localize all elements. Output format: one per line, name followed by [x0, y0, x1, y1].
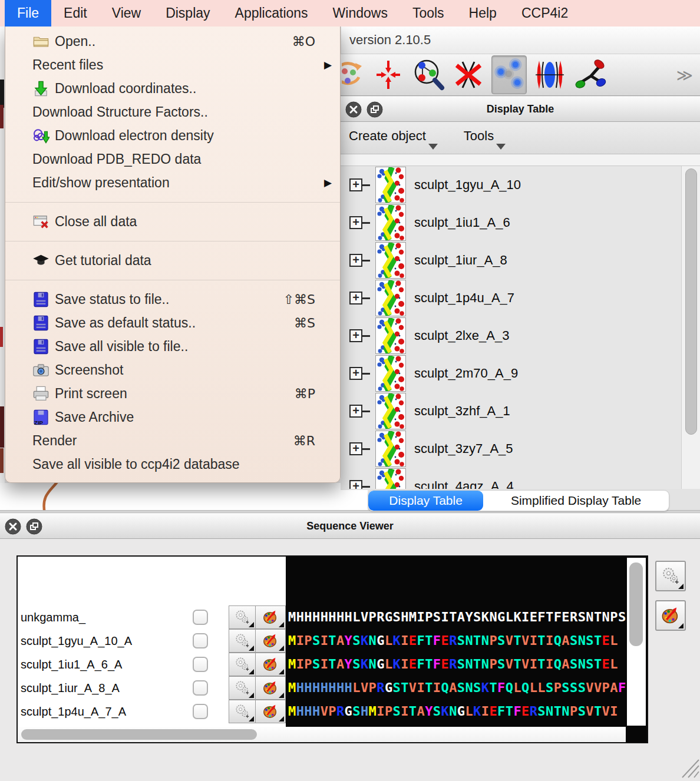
sequence-row-checkbox[interactable] [193, 633, 208, 648]
sequence-row-color-button[interactable] [255, 700, 286, 723]
density-blobs-icon[interactable] [491, 55, 527, 94]
sequence-color-button[interactable] [655, 600, 686, 631]
sequence-row-settings-button[interactable] [229, 629, 256, 653]
sequence-row-settings-button[interactable] [229, 605, 256, 629]
gear-icon [661, 566, 681, 586]
undock-icon[interactable] [366, 101, 383, 118]
display-table-row[interactable]: +sculpt_3zhf_A_1 [341, 392, 681, 430]
display-table-row[interactable]: +sculpt_2lxe_A_3 [341, 317, 681, 355]
expand-icon[interactable]: + [349, 254, 370, 267]
sequence-row-checkbox[interactable] [193, 704, 208, 719]
zoom-atoms-icon[interactable] [411, 56, 445, 94]
sequence-row-settings-button[interactable] [229, 700, 256, 723]
display-table-row[interactable]: +sculpt_2m70_A_9 [341, 355, 681, 392]
file-menu-item[interactable]: Save status to file..⇧⌘S [5, 287, 340, 311]
file-menu-item[interactable]: Save Archive [5, 405, 340, 429]
toolbar-overflow-icon[interactable]: ≫ [676, 66, 700, 84]
file-menu-item[interactable]: Download coordinates.. [5, 77, 340, 100]
sequence-row-settings-button[interactable] [229, 653, 256, 676]
menu-tools[interactable]: Tools [464, 126, 506, 150]
file-menu-item[interactable]: Render⌘R [5, 429, 340, 452]
sequence-row-checkbox[interactable] [193, 610, 208, 625]
sequence-row-color-button[interactable] [255, 605, 286, 629]
resize-grip[interactable] [681, 759, 700, 779]
undock-icon[interactable] [26, 518, 42, 535]
expand-icon[interactable]: + [349, 480, 370, 489]
menu-view[interactable]: View [100, 0, 153, 27]
menu-windows[interactable]: Windows [321, 0, 400, 27]
menu-display[interactable]: Display [153, 0, 222, 27]
file-menu-item[interactable]: Save all visible to file.. [5, 335, 340, 358]
file-menu-item[interactable]: Recent files▶ [5, 53, 340, 77]
scrollbar-thumb[interactable] [21, 729, 257, 740]
close-icon[interactable] [345, 101, 362, 118]
menu-item-label: Save Archive [55, 409, 134, 425]
display-table-row[interactable]: +sculpt_1iu1_A_6 [341, 204, 681, 241]
tab-display-table[interactable]: Display Table [368, 491, 483, 511]
dropdown-corner-icon [279, 716, 284, 722]
display-table-row[interactable]: +sculpt_1gyu_A_10 [341, 166, 681, 204]
sequence-row-checkbox[interactable] [193, 657, 208, 672]
display-table-row[interactable]: +sculpt_4agz_A_4 [341, 468, 681, 489]
menu-applications[interactable]: Applications [223, 0, 321, 27]
menu-file[interactable]: File [5, 0, 51, 27]
file-menu-item[interactable]: Download Structure Factors.. [5, 100, 340, 124]
sequence-row-checkbox[interactable] [193, 680, 208, 696]
sequence-settings-button[interactable] [655, 561, 686, 591]
close-icon[interactable] [5, 518, 21, 535]
molecule-thumbnail [375, 468, 406, 489]
clip-lens-icon[interactable] [533, 56, 567, 94]
display-table-row[interactable]: +sculpt_3zy7_A_5 [341, 430, 681, 468]
anisotropy-icon[interactable] [573, 56, 607, 94]
file-menu-item[interactable]: Get tutorial data [5, 249, 340, 272]
sequence-text: MIPSITAYSKNGLKIEFTFERSNTNPSVTVITIQASNSTE… [288, 629, 618, 653]
center-view-icon[interactable] [371, 56, 405, 94]
display-table-tabs: Display TableSimplified Display Table [368, 490, 669, 511]
sequence-horizontal-scrollbar[interactable] [18, 727, 647, 742]
sequence-row-settings-button[interactable] [229, 676, 256, 700]
file-menu-item[interactable]: Download electron density [5, 124, 340, 147]
tab-simplified-display-table[interactable]: Simplified Display Table [483, 491, 669, 511]
menu-help[interactable]: Help [457, 0, 509, 27]
menu-item-label: Save status to file.. [55, 292, 169, 307]
file-menu-item[interactable]: Download PDB_REDO data [5, 147, 340, 171]
display-table-scrollbar[interactable] [681, 166, 700, 489]
display-table-row[interactable]: +sculpt_1p4u_A_7 [341, 279, 681, 317]
file-menu-item[interactable]: Open..⌘O [5, 29, 340, 53]
file-menu-item[interactable]: Save all visible to ccp4i2 database [5, 452, 340, 476]
scrollbar-thumb[interactable] [629, 562, 643, 646]
expand-icon[interactable]: + [349, 292, 370, 305]
file-menu-item[interactable]: Screenshot [5, 358, 340, 382]
expand-icon[interactable]: + [349, 442, 370, 455]
menu-item-label: Print screen [55, 386, 127, 402]
menu-ccp4i2[interactable]: CCP4i2 [509, 0, 580, 27]
hide-atoms-icon[interactable] [451, 56, 486, 94]
sequence-row-color-button[interactable] [255, 653, 286, 676]
menu-create-object[interactable]: Create object [349, 126, 438, 150]
sequence-row-color-button[interactable] [255, 676, 286, 700]
rotate-icon[interactable] [342, 56, 365, 94]
dropdown-corner-icon [279, 622, 284, 627]
expand-icon[interactable]: + [349, 329, 370, 342]
scrollbar-thumb[interactable] [685, 168, 697, 435]
menu-edit[interactable]: Edit [51, 0, 100, 27]
display-table-row[interactable]: +sculpt_1iur_A_8 [341, 241, 681, 279]
sequence-text: MIPSITAYSKNGLKIEFTFERSNTNPSVTVITIQASNSTE… [288, 653, 618, 676]
file-menu-item[interactable]: Edit/show presentation▶ [5, 171, 340, 194]
expand-icon[interactable]: + [349, 216, 370, 229]
file-menu-item[interactable]: Close all data [5, 210, 340, 233]
display-row-label: sculpt_1p4u_A_7 [414, 290, 514, 306]
file-menu-item[interactable]: Print screen⌘P [5, 382, 340, 405]
file-menu-item[interactable]: Save as default status..⌘S [5, 311, 340, 335]
expand-icon[interactable]: + [349, 367, 370, 380]
expand-icon[interactable]: + [349, 178, 370, 191]
sequence-row-color-button[interactable] [255, 629, 286, 653]
dropdown-corner-icon [249, 716, 254, 722]
menu-item-label: Save all visible to file.. [55, 339, 188, 355]
menu-label: Tools [464, 128, 494, 143]
menu-tools[interactable]: Tools [400, 0, 457, 27]
gear-icon [234, 680, 250, 696]
dropdown-corner-icon [249, 622, 254, 627]
expand-icon[interactable]: + [349, 405, 370, 418]
sequence-vertical-scrollbar[interactable] [627, 558, 646, 726]
